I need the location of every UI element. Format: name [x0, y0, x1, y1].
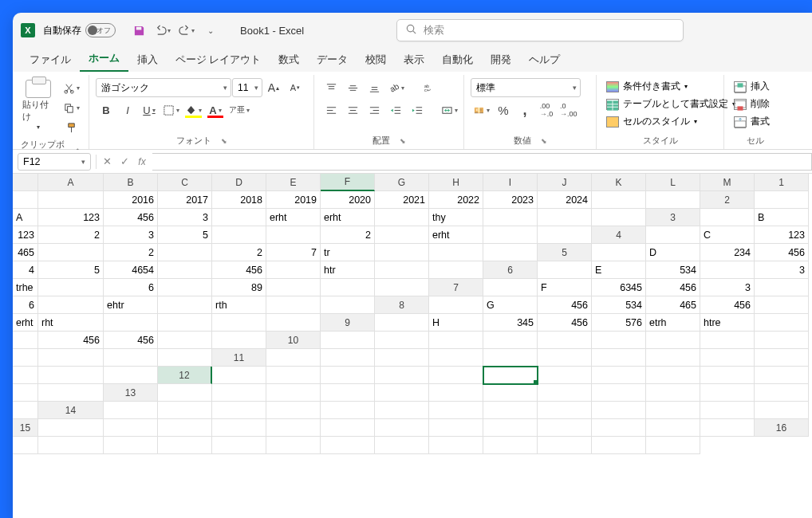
cell-B6[interactable]: E	[592, 261, 646, 279]
cell-L12[interactable]	[13, 384, 38, 402]
cell-I12[interactable]	[646, 367, 700, 384]
merge-button[interactable]	[439, 100, 460, 120]
cell-I2[interactable]	[375, 209, 429, 226]
cell-L10[interactable]	[104, 349, 158, 367]
cell-C3[interactable]: 123	[13, 226, 38, 244]
cell-K12[interactable]	[755, 367, 809, 384]
cell-L13[interactable]	[755, 384, 809, 402]
cell-H10[interactable]	[700, 332, 755, 349]
cell-M8[interactable]	[266, 314, 321, 332]
cell-H2[interactable]: erht	[321, 209, 375, 226]
cell-M16[interactable]	[646, 437, 700, 454]
autosave-toggle[interactable]: 自動保存 オフ	[43, 23, 116, 37]
cell-B8[interactable]: G	[483, 296, 538, 314]
cell-D4[interactable]: 465	[13, 244, 38, 261]
cell-I10[interactable]	[755, 332, 809, 349]
phonetic-button[interactable]: ア亜	[227, 100, 252, 120]
cell-E4[interactable]	[38, 244, 104, 261]
percent-button[interactable]: %	[493, 100, 514, 120]
cell-C8[interactable]: 456	[538, 296, 592, 314]
cell-M14[interactable]	[755, 402, 809, 419]
cell-M11[interactable]	[104, 367, 158, 384]
cell-L2[interactable]	[538, 209, 592, 226]
cell-A4[interactable]	[646, 226, 700, 244]
cell-B5[interactable]: D	[646, 244, 700, 261]
cell-A10[interactable]	[321, 332, 375, 349]
cell-M5[interactable]	[429, 261, 483, 279]
cell-K15[interactable]	[592, 419, 646, 437]
align-left-button[interactable]	[321, 100, 341, 120]
cell-H8[interactable]: erht	[13, 314, 38, 332]
row-header-11[interactable]: 11	[212, 349, 266, 367]
cell-L15[interactable]	[646, 419, 700, 437]
cut-button[interactable]	[61, 78, 82, 97]
underline-button[interactable]: U	[139, 100, 160, 120]
cell-E11[interactable]	[483, 349, 538, 367]
cell-L16[interactable]	[592, 437, 646, 454]
row-header-15[interactable]: 15	[13, 419, 38, 437]
cell-H12[interactable]	[592, 367, 646, 384]
cell-A7[interactable]	[483, 279, 538, 296]
cell-C14[interactable]	[212, 402, 266, 419]
row-header-8[interactable]: 8	[375, 296, 429, 314]
number-launcher[interactable]: ⬊	[541, 137, 547, 145]
tab-ページ レイアウト[interactable]: ページ レイアウト	[167, 49, 270, 72]
cell-B15[interactable]	[104, 419, 158, 437]
alignment-launcher[interactable]: ⬊	[400, 137, 406, 145]
row-header-5[interactable]: 5	[538, 244, 592, 261]
cell-L5[interactable]	[375, 261, 429, 279]
delete-cells-button[interactable]: 削除	[731, 96, 780, 112]
cell-J9[interactable]: 456	[38, 332, 104, 349]
cell-G11[interactable]	[592, 349, 646, 367]
insert-function-button[interactable]: fx	[133, 153, 151, 171]
cell-E9[interactable]: 576	[592, 314, 646, 332]
cell-M12[interactable]	[38, 384, 104, 402]
cell-C13[interactable]	[266, 384, 321, 402]
cell-D7[interactable]: 456	[646, 279, 700, 296]
cell-H3[interactable]	[266, 226, 321, 244]
col-header-E[interactable]: E	[266, 174, 321, 191]
cell-C11[interactable]	[375, 349, 429, 367]
cell-G12[interactable]	[538, 367, 592, 384]
cell-F10[interactable]	[592, 332, 646, 349]
save-button[interactable]	[128, 20, 149, 41]
decrease-font-button[interactable]: A▾	[285, 78, 305, 97]
cell-H14[interactable]	[483, 402, 538, 419]
cell-I14[interactable]	[538, 402, 592, 419]
col-header-I[interactable]: I	[483, 174, 538, 191]
cell-L3[interactable]	[483, 226, 538, 244]
cell-D8[interactable]: 534	[592, 296, 646, 314]
cell-G7[interactable]: 6	[13, 296, 38, 314]
cell-K5[interactable]: htr	[321, 261, 375, 279]
cell-J13[interactable]	[646, 384, 700, 402]
col-header-H[interactable]: H	[429, 174, 483, 191]
cell-H13[interactable]	[538, 384, 592, 402]
cell-J11[interactable]	[755, 349, 809, 367]
cell-E5[interactable]: 4	[13, 261, 38, 279]
col-header-J[interactable]: J	[538, 174, 592, 191]
font-size-select[interactable]: 11	[232, 78, 262, 97]
cell-I16[interactable]	[429, 437, 483, 454]
tab-ファイル[interactable]: ファイル	[21, 49, 80, 72]
cell-K9[interactable]: 456	[104, 332, 158, 349]
cell-styles-button[interactable]: セルのスタイル▾	[603, 113, 717, 130]
row-header-3[interactable]: 3	[646, 209, 700, 226]
align-middle-button[interactable]	[342, 78, 363, 97]
cell-E10[interactable]	[538, 332, 592, 349]
cancel-formula-button[interactable]: ✕	[98, 153, 116, 171]
tab-ホーム[interactable]: ホーム	[80, 47, 128, 72]
row-header-2[interactable]: 2	[700, 191, 755, 209]
cell-E6[interactable]: 3	[755, 261, 809, 279]
cell-B12[interactable]	[266, 367, 321, 384]
cell-G6[interactable]	[38, 279, 104, 296]
cell-K1[interactable]: 2024	[538, 191, 592, 209]
cell-K7[interactable]: rth	[212, 296, 266, 314]
cell-D2[interactable]: 456	[104, 209, 158, 226]
cell-G2[interactable]: erht	[266, 209, 321, 226]
cell-I4[interactable]: 7	[266, 244, 321, 261]
cell-L11[interactable]	[38, 367, 104, 384]
cell-L9[interactable]	[158, 332, 212, 349]
col-header-G[interactable]: G	[375, 174, 429, 191]
undo-button[interactable]	[152, 20, 173, 41]
cell-F6[interactable]: trhe	[13, 279, 38, 296]
